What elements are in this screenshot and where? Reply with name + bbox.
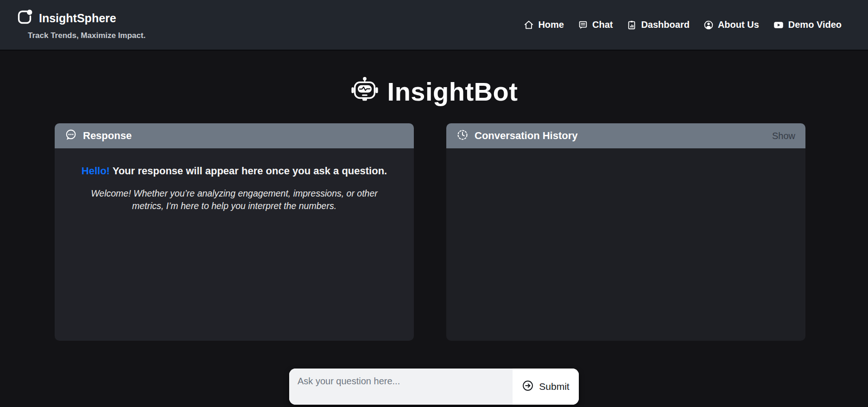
sphere-logo-icon <box>17 9 32 27</box>
conversation-history-panel: Conversation History Show <box>446 123 805 341</box>
page-header: InsightBot <box>0 76 868 107</box>
panels-row: Response Hello! Your response will appea… <box>55 123 805 341</box>
greeting-rest: Your response will appear here once you … <box>113 165 387 177</box>
history-show-toggle[interactable]: Show <box>772 131 795 141</box>
top-navigation-bar: InsightSphere Track Trends, Maximize Imp… <box>0 0 868 51</box>
arrow-right-circle-icon <box>522 380 534 394</box>
response-panel-header: Response <box>55 123 414 148</box>
comment-dots-icon <box>65 129 77 143</box>
brand-block: InsightSphere Track Trends, Maximize Imp… <box>17 9 146 40</box>
greeting-hello: Hello! <box>82 165 110 177</box>
clock-history-icon <box>456 129 469 143</box>
nav-label: Demo Video <box>788 19 842 30</box>
brand-row[interactable]: InsightSphere <box>17 9 146 27</box>
history-panel-title: Conversation History <box>475 130 578 142</box>
main-nav: Home Chat Dashbo <box>524 19 842 31</box>
history-panel-header: Conversation History Show <box>446 123 805 148</box>
youtube-icon <box>773 19 784 31</box>
question-input[interactable] <box>289 369 513 405</box>
nav-label: About Us <box>718 19 759 30</box>
nav-label: Home <box>538 19 564 30</box>
nav-label: Chat <box>592 19 613 30</box>
brand-name: InsightSphere <box>39 12 116 25</box>
chat-icon <box>578 20 588 30</box>
response-panel-body: Hello! Your response will appear here on… <box>55 148 414 341</box>
nav-item-demo-video[interactable]: Demo Video <box>773 19 842 31</box>
page-title: InsightBot <box>387 76 518 107</box>
user-circle-icon <box>703 20 714 30</box>
welcome-message: Welcome! Whether you’re analyzing engage… <box>89 187 379 213</box>
question-composer: Submit <box>289 369 579 405</box>
dashboard-icon <box>627 20 637 30</box>
history-panel-body <box>446 148 805 341</box>
brand-tagline: Track Trends, Maximize Impact. <box>28 31 146 40</box>
home-icon <box>524 20 534 30</box>
response-panel-title: Response <box>83 130 132 142</box>
submit-label: Submit <box>539 381 569 392</box>
response-panel: Response Hello! Your response will appea… <box>55 123 414 341</box>
robot-icon <box>350 76 379 107</box>
nav-item-about-us[interactable]: About Us <box>703 19 759 30</box>
nav-label: Dashboard <box>641 19 689 30</box>
response-greeting: Hello! Your response will appear here on… <box>55 165 414 177</box>
nav-item-chat[interactable]: Chat <box>578 19 613 30</box>
submit-button[interactable]: Submit <box>513 369 579 405</box>
nav-item-home[interactable]: Home <box>524 19 564 30</box>
nav-item-dashboard[interactable]: Dashboard <box>627 19 689 30</box>
